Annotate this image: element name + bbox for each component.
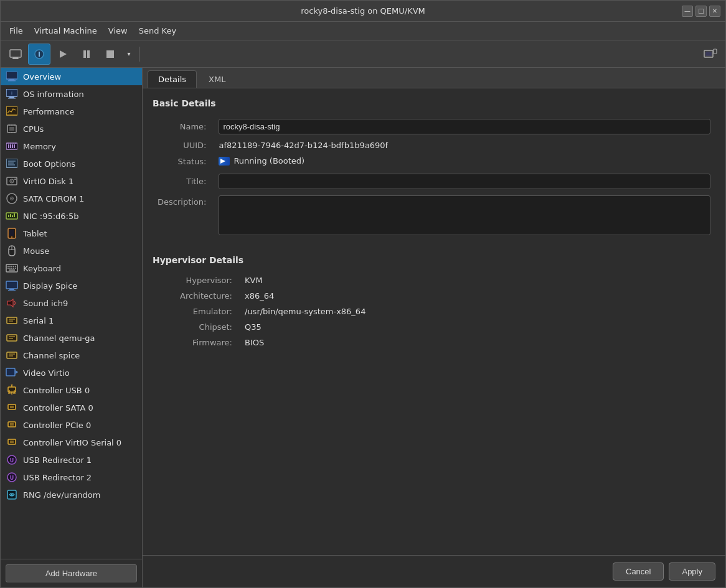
svg-rect-82 (7, 352, 17, 358)
svg-rect-70 (15, 268, 16, 269)
menu-file[interactable]: File (4, 24, 28, 37)
toolbar-dropdown-button[interactable]: ▾ (123, 44, 135, 65)
svg-rect-73 (9, 289, 14, 290)
sidebar-item-mouse[interactable]: Mouse (1, 242, 142, 259)
sidebar-item-keyboard[interactable]: Keyboard (1, 259, 142, 277)
bottom-bar: Cancel Apply (143, 555, 725, 587)
sidebar-item-sound-ich9[interactable]: Sound ich9 (1, 294, 142, 312)
toolbar: ▾ (1, 40, 725, 68)
add-hardware-button[interactable]: Add Hardware (6, 564, 137, 582)
sidebar-item-usb-redirector-1[interactable]: U USB Redirector 1 (1, 451, 142, 469)
svg-rect-2 (12, 58, 19, 59)
toolbar-info-button[interactable] (28, 44, 50, 65)
sidebar-item-controller-virtio-serial-0[interactable]: Controller VirtIO Serial 0 (1, 434, 142, 451)
apply-button[interactable]: Apply (669, 562, 715, 581)
sidebar-label-performance: Performance (23, 107, 74, 116)
menu-virtual-machine[interactable]: Virtual Machine (29, 24, 102, 37)
boot-options-icon (6, 157, 18, 170)
status-label: Status: (153, 153, 214, 170)
sidebar-item-virtio-disk-1[interactable]: VirtIO Disk 1 (1, 172, 142, 190)
chipset-value: Q35 (240, 319, 715, 335)
svg-rect-54 (14, 213, 15, 217)
sidebar-item-sata-cdrom-1[interactable]: SATA CDROM 1 (1, 190, 142, 207)
sidebar-label-mouse: Mouse (23, 246, 49, 256)
description-label: Description: (153, 192, 214, 240)
sidebar-item-boot-options[interactable]: Boot Options (1, 155, 142, 172)
sidebar-item-tablet[interactable]: Tablet (1, 225, 142, 242)
controller-virtio-serial-0-icon (6, 436, 18, 449)
sidebar-item-memory[interactable]: Memory (1, 138, 142, 155)
basic-details-table: Name: UUID: af821189-7946-42d7-b124-bdfb… (153, 116, 715, 240)
toolbar-play-button[interactable] (52, 44, 74, 65)
svg-rect-8 (87, 50, 90, 58)
virtio-disk-icon (6, 175, 18, 187)
svg-rect-23 (9, 127, 14, 131)
name-input[interactable] (219, 119, 710, 134)
sidebar-label-controller-usb-0: Controller USB 0 (23, 386, 90, 395)
menu-send-key[interactable]: Send Key (134, 24, 181, 37)
sidebar-item-channel-spice[interactable]: Channel spice (1, 347, 142, 364)
overview-icon (6, 70, 18, 83)
sidebar-item-rng-dev-urandom[interactable]: RNG /dev/urandom (1, 486, 142, 503)
sound-ich9-icon (6, 297, 18, 309)
tab-xml[interactable]: XML (198, 70, 236, 88)
svg-rect-31 (8, 144, 9, 148)
sidebar-label-keyboard: Keyboard (23, 264, 61, 273)
sidebar-label-video-virtio: Video Virtio (23, 368, 70, 378)
svg-text:i: i (11, 91, 12, 96)
sidebar-item-video-virtio[interactable]: Video Virtio (1, 364, 142, 381)
sidebar-item-display-spice[interactable]: Display Spice (1, 277, 142, 294)
tablet-icon (6, 227, 18, 240)
controller-sata-0-icon (6, 401, 18, 414)
sidebar-item-usb-redirector-2[interactable]: U USB Redirector 2 (1, 469, 142, 486)
sidebar-item-controller-sata-0[interactable]: Controller SATA 0 (1, 399, 142, 416)
svg-rect-33 (12, 144, 13, 148)
svg-rect-101 (8, 439, 16, 444)
title-input[interactable] (219, 174, 710, 189)
svg-rect-72 (6, 281, 17, 289)
minimize-button[interactable]: — (682, 6, 693, 17)
sidebar-item-cpus[interactable]: CPUs (1, 120, 142, 138)
sidebar-item-performance[interactable]: Performance (1, 103, 142, 120)
sidebar-scroll: Overview i OS information (1, 68, 142, 559)
svg-rect-76 (7, 317, 17, 324)
sidebar-label-cpus: CPUs (23, 124, 44, 134)
svg-text:U: U (10, 458, 14, 464)
channel-spice-icon (6, 349, 18, 362)
sidebar-item-controller-usb-0[interactable]: Controller USB 0 (1, 381, 142, 399)
mouse-icon (6, 245, 18, 257)
status-value-cell: Running (Booted) (214, 153, 715, 170)
sidebar-label-sound-ich9: Sound ich9 (23, 299, 68, 308)
sidebar-item-controller-pcie-0[interactable]: Controller PCIe 0 (1, 416, 142, 434)
svg-point-49 (11, 198, 12, 199)
menu-view[interactable]: View (103, 24, 133, 37)
tab-details[interactable]: Details (148, 70, 197, 88)
cancel-button[interactable]: Cancel (613, 562, 664, 581)
architecture-value: x86_64 (240, 288, 715, 304)
firmware-value: BIOS (240, 335, 715, 350)
firmware-label: Firmware: (153, 335, 240, 350)
toolbar-pause-button[interactable] (75, 44, 98, 65)
toolbar-stop-button[interactable] (99, 44, 121, 65)
sidebar-label-channel-spice: Channel spice (23, 351, 80, 360)
sidebar-label-virtio-disk-1: VirtIO Disk 1 (23, 177, 73, 186)
content-body: Basic Details Name: UUID: af821189-7946-… (143, 88, 725, 555)
sidebar-item-os-information[interactable]: i OS information (1, 85, 142, 103)
basic-details-title: Basic Details (153, 98, 715, 108)
close-button[interactable]: ✕ (709, 6, 720, 17)
toolbar-screenshot-button[interactable] (699, 44, 722, 65)
sidebar-item-channel-qemu-ga[interactable]: Channel qemu-ga (1, 329, 142, 347)
toolbar-screen-button[interactable] (4, 44, 27, 65)
hypervisor-details-title: Hypervisor Details (153, 255, 715, 265)
svg-rect-15 (9, 79, 14, 80)
description-textarea[interactable] (219, 195, 710, 235)
sidebar-item-serial-1[interactable]: Serial 1 (1, 312, 142, 329)
svg-rect-0 (10, 50, 21, 57)
title-value-cell (214, 170, 715, 192)
sidebar-label-sata-cdrom-1: SATA CDROM 1 (23, 194, 84, 203)
sidebar-item-nic[interactable]: NIC :95:d6:5b (1, 207, 142, 225)
svg-rect-69 (13, 268, 14, 269)
window-title: rocky8-disa-stig on QEMU/KVM (301, 6, 425, 16)
sidebar-item-overview[interactable]: Overview (1, 68, 142, 85)
maximize-button[interactable]: □ (695, 6, 707, 17)
